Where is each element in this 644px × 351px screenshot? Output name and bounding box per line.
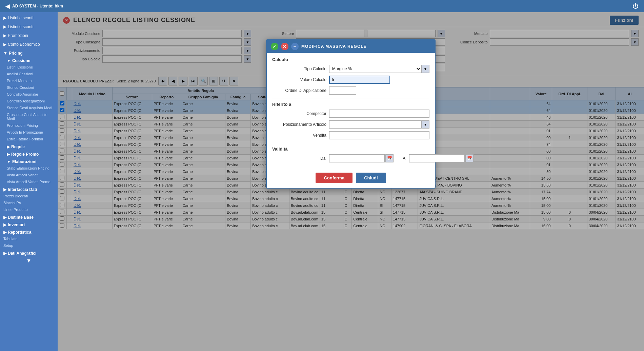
sidebar-regole-promo-label: Regole Promo bbox=[11, 152, 39, 157]
modal-title: MODIFICA MASSIVA REGOLE bbox=[301, 44, 431, 49]
conferma-button[interactable]: Conferma bbox=[316, 173, 353, 183]
sidebar-item-distinte-base[interactable]: ▶ Distinte Base bbox=[0, 213, 58, 220]
sidebar-item-listini-cessione[interactable]: Listini Cessione bbox=[0, 64, 58, 71]
sidebar-item-vista-articoli-variati[interactable]: Vista Articoli Variati bbox=[0, 172, 58, 178]
promo-arrow-icon: ▶ bbox=[3, 33, 6, 38]
main-content: ✕ ELENCO REGOLE LISTINO CESSIONE Funzion… bbox=[58, 12, 644, 351]
sidebar-item-regole-promo[interactable]: ▶ Regole Promo bbox=[0, 150, 58, 157]
regole-promo-arrow-icon: ▶ bbox=[7, 152, 10, 157]
valore-calcolo-modal-label: Valore Calcolo bbox=[272, 77, 326, 82]
validita-section-title: Validità bbox=[272, 147, 429, 152]
sidebar-inventari-label: Inventari bbox=[8, 222, 25, 227]
sidebar-item-reportistica[interactable]: ▶ Reportistica bbox=[0, 228, 58, 235]
pricing-arrow-icon: ▼ bbox=[3, 51, 7, 56]
sidebar-item-setup[interactable]: Setup bbox=[0, 242, 58, 249]
modal-minimize-button[interactable]: − bbox=[291, 43, 299, 50]
dati-arrow-icon: ▶ bbox=[3, 251, 6, 256]
modal-header: ✓ ✕ − MODIFICA MASSIVA REGOLE bbox=[267, 40, 435, 53]
riferito-a-section-title: Riferito a bbox=[272, 102, 429, 107]
al-calendar-icon[interactable]: 📅 bbox=[465, 154, 474, 162]
sidebar-item-promozioni-pricing[interactable]: Promozioni Pricing bbox=[0, 122, 58, 129]
sidebar-menu-label: Listini e sconti bbox=[8, 16, 33, 20]
top-bar: ◀ AD SYSTEM - Utente: bkm ⏻ bbox=[0, 0, 644, 12]
al-modal-label: Al bbox=[396, 156, 406, 161]
competitor-modal-label: Competitor bbox=[272, 111, 326, 116]
tipo-calcolo-modal-label: Tipo Calcolo bbox=[272, 66, 326, 71]
sidebar-item-pricing[interactable]: ▼ Pricing bbox=[0, 49, 58, 56]
sidebar-item-tabulato[interactable]: Tabulato bbox=[0, 235, 58, 242]
sidebar-item-regole[interactable]: ▶ Regole bbox=[0, 142, 58, 150]
app-title: ◀ AD SYSTEM - Utente: bkm bbox=[5, 3, 63, 9]
ordine-applicazione-modal-input[interactable] bbox=[329, 86, 356, 95]
chiudi-button[interactable]: Chiudi bbox=[356, 173, 386, 183]
sidebar-item-extra-fattura[interactable]: Extra Fattura Fornitori bbox=[0, 136, 58, 142]
sidebar-item-controllo-anomalie[interactable]: Controllo Anomalie bbox=[0, 91, 58, 98]
sidebar: ▶ Listini e sconti ▶ Listini e sconti ▶ … bbox=[0, 12, 58, 351]
sidebar-regole-label: Regole bbox=[11, 144, 25, 149]
sidebar-conto-label: Conto Economico bbox=[8, 42, 40, 47]
dal-modal-label: Dal bbox=[272, 156, 326, 161]
posizionamento-articolo-modal-label: Posizionamento Articolo bbox=[272, 122, 326, 127]
sidebar-listini-label: Listini e sconti bbox=[8, 24, 33, 29]
sidebar-distinte-label: Distinte Base bbox=[8, 215, 34, 220]
sidebar-item-elaborazioni[interactable]: ▼ Elaborazioni bbox=[0, 157, 58, 165]
sidebar-item-stato-elaborazioni[interactable]: Stato Elaborazioni Pricing bbox=[0, 165, 58, 172]
sidebar-item-cessione[interactable]: ▼ Cessione bbox=[0, 56, 58, 64]
elaborazioni-arrow-icon: ▼ bbox=[7, 159, 11, 164]
modal-close-button[interactable]: ✕ bbox=[281, 43, 288, 50]
sidebar-scroll-down[interactable]: ▼ bbox=[0, 256, 58, 265]
sidebar-item-storico-cessioni[interactable]: Storico Cessioni bbox=[0, 84, 58, 91]
sidebar-pricing-label: Pricing bbox=[9, 51, 23, 56]
sidebar-item-controllo-assegnazioni[interactable]: Controllo Assegnazioni bbox=[0, 98, 58, 104]
modal-body: Calcolo Tipo Calcolo Margine % ▼ Valore … bbox=[267, 53, 435, 169]
modal-dialog: ✓ ✕ − MODIFICA MASSIVA REGOLE Calcolo Ti… bbox=[266, 39, 436, 189]
sidebar-item-inventari[interactable]: ▶ Inventari bbox=[0, 220, 58, 228]
listini-arrow-icon: ▶ bbox=[3, 24, 6, 29]
posizionamento-articolo-dropdown-btn[interactable]: ▼ bbox=[421, 120, 429, 129]
modal-footer: Conferma Chiudi bbox=[267, 169, 435, 188]
dal-date-group: 📅 bbox=[329, 154, 394, 162]
sidebar-item-prezzi-bloccati[interactable]: Prezzi Bloccati bbox=[0, 193, 58, 199]
competitor-modal-input[interactable] bbox=[329, 110, 429, 118]
reportistica-arrow-icon: ▶ bbox=[3, 230, 6, 235]
sidebar-item-interfaccia-dati[interactable]: ▶ Interfaccia Dati bbox=[0, 185, 58, 193]
vendita-modal-input[interactable] bbox=[329, 131, 429, 139]
valore-calcolo-modal-input[interactable] bbox=[329, 76, 390, 84]
dal-calendar-icon[interactable]: 📅 bbox=[385, 154, 394, 162]
regole-arrow-icon: ▶ bbox=[7, 144, 10, 149]
modal-ok-button[interactable]: ✓ bbox=[271, 43, 278, 50]
al-date-group: 📅 bbox=[409, 154, 474, 162]
vendita-modal-label: Vendita bbox=[272, 133, 326, 138]
sidebar-item-listini-sconti[interactable]: ▶ Listini e sconti bbox=[0, 22, 58, 31]
sidebar-item-linee-prodotto[interactable]: Linee Prodotto bbox=[0, 206, 58, 213]
tipo-calcolo-modal-select[interactable]: Margine % bbox=[329, 65, 421, 73]
al-modal-input[interactable] bbox=[409, 154, 465, 162]
sidebar-item-articoli-promozione[interactable]: Articoli In Promozione bbox=[0, 129, 58, 136]
sidebar-promo-label: Promozioni bbox=[8, 33, 28, 38]
sidebar-item-blocchi-pa[interactable]: Blocchi PA bbox=[0, 199, 58, 206]
sidebar-item-cruscotto-costi[interactable]: Cruscotto Costi Acquisto Medi bbox=[0, 111, 58, 122]
power-icon[interactable]: ⏻ bbox=[632, 3, 639, 10]
tipo-calcolo-modal-dropdown-btn[interactable]: ▼ bbox=[421, 65, 429, 73]
cessione-arrow-icon: ▼ bbox=[7, 58, 11, 63]
sidebar-item-storico-costi[interactable]: Storico Costi Acquisto Medi bbox=[0, 104, 58, 111]
menu-arrow-icon: ▶ bbox=[3, 16, 6, 20]
sidebar-item-prezzi-mercato[interactable]: Prezzi Mercato bbox=[0, 77, 58, 84]
sidebar-item-menu[interactable]: ▶ Listini e sconti bbox=[0, 14, 58, 22]
sidebar-interfaccia-label: Interfaccia Dati bbox=[8, 187, 37, 192]
back-arrow-icon[interactable]: ◀ bbox=[5, 3, 9, 9]
sidebar-item-conto-economico[interactable]: ▶ Conto Economico bbox=[0, 40, 58, 49]
calcolo-section-title: Calcolo bbox=[272, 57, 429, 62]
interfaccia-arrow-icon: ▶ bbox=[3, 187, 6, 192]
modal-overlay: ✓ ✕ − MODIFICA MASSIVA REGOLE Calcolo Ti… bbox=[58, 12, 644, 351]
sidebar-dati-label: Dati Anagrafici bbox=[8, 251, 36, 256]
dal-modal-input[interactable] bbox=[329, 154, 385, 162]
sidebar-item-vista-articoli-variati-promo[interactable]: Vista Articoli Variati Promo bbox=[0, 178, 58, 185]
conto-arrow-icon: ▶ bbox=[3, 42, 6, 47]
sidebar-item-promozioni[interactable]: ▶ Promozioni bbox=[0, 31, 58, 40]
posizionamento-articolo-modal-input[interactable] bbox=[329, 120, 421, 129]
sidebar-reportistica-label: Reportistica bbox=[8, 230, 31, 235]
sidebar-cessione-label: Cessione bbox=[12, 58, 30, 63]
sidebar-item-dati-anagrafici[interactable]: ▶ Dati Anagrafici bbox=[0, 249, 58, 256]
sidebar-item-analisi-cessioni[interactable]: Analisi Cessioni bbox=[0, 71, 58, 77]
